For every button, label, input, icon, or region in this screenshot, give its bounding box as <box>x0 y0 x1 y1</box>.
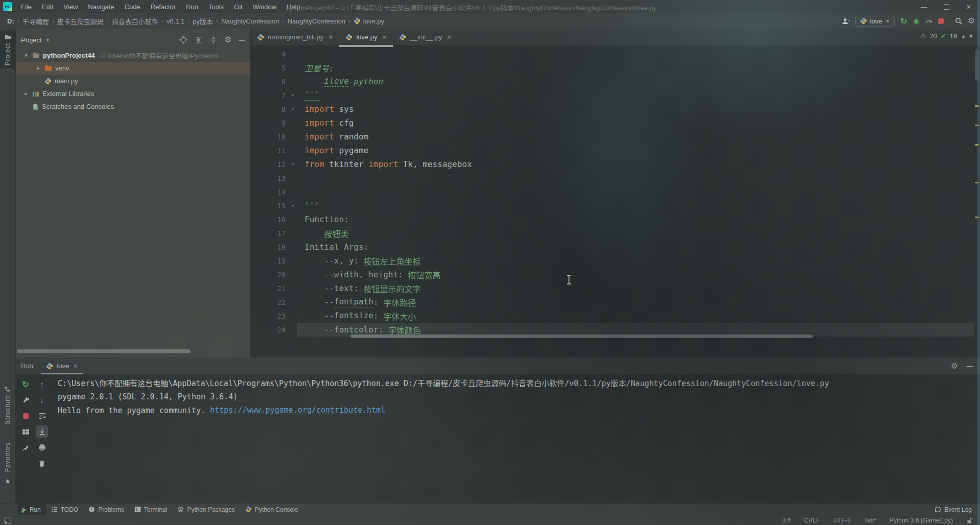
tool-window-run[interactable]: ▶Run <box>17 504 46 515</box>
menu-run[interactable]: Run <box>181 2 203 12</box>
fold-marker-icon[interactable]: ▾ <box>289 203 297 208</box>
run-config-select[interactable]: love ▼ <box>855 16 895 27</box>
panel-settings-icon[interactable]: ⚙ <box>224 36 231 44</box>
line-ending[interactable]: CRLF <box>804 517 820 524</box>
tree-item-main.py[interactable]: main.py <box>16 75 250 87</box>
tree-item-venv[interactable]: ▸venv <box>16 62 250 75</box>
minimize-button[interactable]: — <box>913 0 935 13</box>
tool-window-terminal[interactable]: Terminal <box>129 504 172 515</box>
menu-file[interactable]: File <box>16 2 36 12</box>
stop-button[interactable] <box>19 410 32 422</box>
close-icon[interactable]: ✕ <box>73 363 78 370</box>
maximize-button[interactable] <box>935 0 958 13</box>
user-icon[interactable] <box>842 17 850 25</box>
breadcrumb-item-6[interactable]: NaughtyConfession <box>219 16 281 26</box>
rerun-button[interactable]: ↻ <box>900 17 907 26</box>
chevron-down-icon[interactable]: ▼ <box>45 37 50 43</box>
caret-position[interactable]: 3:6 <box>782 517 791 524</box>
menu-bar: FileEditViewNavigateCodeRefactorRunTools… <box>16 2 305 12</box>
breadcrumb-item-7[interactable]: NaughtyConfession <box>285 16 347 26</box>
fold-marker-icon[interactable]: ▾ <box>289 106 297 112</box>
breadcrumb-item-0[interactable]: D: <box>5 16 16 26</box>
close-icon[interactable]: ✕ <box>328 34 333 41</box>
scrollend-button[interactable] <box>36 425 48 438</box>
rerun-button[interactable]: ↻ <box>19 378 32 390</box>
expand-all-icon[interactable] <box>195 36 202 44</box>
breadcrumb-item-5[interactable]: py版本 <box>191 15 215 27</box>
close-icon[interactable]: ✕ <box>447 34 452 41</box>
profiler-button[interactable] <box>925 17 933 25</box>
tool-window-todo[interactable]: TODO <box>46 504 83 515</box>
code-area[interactable]: 45卫星号:6 ilove-python7▾'''8▾import sys9im… <box>251 47 974 357</box>
settings-gear-icon[interactable]: ⚙ <box>968 17 975 25</box>
menu-window[interactable]: Window <box>248 2 281 12</box>
chevron-icon[interactable]: ▸ <box>35 65 41 71</box>
tool-window-python-packages[interactable]: Python Packages <box>172 504 240 515</box>
prev-next-icons[interactable]: ▲▼ <box>961 33 976 39</box>
editor-hscrollbar[interactable] <box>351 335 813 338</box>
trash-button[interactable] <box>36 457 48 469</box>
tree-item-External Libraries[interactable]: ▸External Libraries <box>16 87 250 100</box>
fold-marker-icon[interactable]: ▾ <box>289 161 297 167</box>
tree-item-Scratches and Consoles[interactable]: Scratches and Consoles <box>16 100 250 113</box>
console-link[interactable]: https://www.pygame.org/contribute.html <box>210 405 385 415</box>
print-button[interactable] <box>36 441 48 454</box>
close-button[interactable]: ✕ <box>958 0 980 13</box>
run-settings-icon[interactable]: ⚙ <box>951 362 958 370</box>
hide-panel-icon[interactable]: — <box>239 36 245 44</box>
layout-button[interactable] <box>19 425 32 438</box>
menu-refactor[interactable]: Refactor <box>146 2 180 12</box>
project-hscrollbar[interactable] <box>17 349 191 353</box>
editor-tab-love.py[interactable]: love.py✕ <box>339 29 393 45</box>
fold-marker-icon[interactable]: ▾ <box>289 92 297 98</box>
unlock-icon[interactable] <box>966 517 973 524</box>
breadcrumb-separator: › <box>161 17 164 25</box>
breadcrumb-item-4[interactable]: v0.1.1 <box>165 16 186 26</box>
down-button[interactable]: ↓ <box>36 394 48 406</box>
tool-tab-favorites[interactable]: Favorites ★ <box>0 442 15 485</box>
search-icon[interactable] <box>954 17 963 25</box>
run-tab-love[interactable]: love ✕ <box>41 357 83 374</box>
tool-tab-structure[interactable]: Structure <box>0 386 15 424</box>
breadcrumb-item-8[interactable]: love.py <box>352 16 386 26</box>
menu-git[interactable]: Git <box>229 2 247 12</box>
editor-vscrollbar[interactable] <box>975 49 978 81</box>
inspections-widget[interactable]: ⚠ 20 ✔ 19 ▲▼ <box>920 32 976 40</box>
scratch-icon <box>32 103 39 110</box>
menu-code[interactable]: Code <box>120 2 145 12</box>
wrench-button[interactable] <box>19 394 32 406</box>
breadcrumb-item-3[interactable]: 抖音表白小软件 <box>110 15 160 27</box>
pin-button[interactable] <box>19 441 32 454</box>
encoding[interactable]: UTF-8 <box>833 517 851 524</box>
tool-window-python-console[interactable]: Python Console <box>240 504 304 515</box>
run-console[interactable]: C:\Users\你不配拥有这台电脑\AppData\Local\Program… <box>58 376 975 500</box>
chevron-icon[interactable]: ▾ <box>23 52 29 59</box>
menu-tools[interactable]: Tools <box>204 2 228 12</box>
tree-item-label: pythonProject44 <box>43 52 95 59</box>
project-panel-title[interactable]: Project <box>21 36 41 44</box>
menu-edit[interactable]: Edit <box>37 2 58 12</box>
editor-tab-runningman_bili.py[interactable]: runningman_bili.py✕ <box>251 29 339 45</box>
breadcrumb-item-2[interactable]: 皮卡丘爬虫源码 <box>55 15 106 27</box>
up-button[interactable]: ↑ <box>36 378 48 390</box>
tree-item-pythonProject44[interactable]: ▾pythonProject44C:\Users\你不配拥有这台电脑\Pycha… <box>16 49 250 62</box>
menu-navigate[interactable]: Navigate <box>83 2 119 12</box>
menu-view[interactable]: View <box>59 2 82 12</box>
chevron-icon[interactable]: ▸ <box>23 90 29 97</box>
editor-tab-__init__.py[interactable]: __init__.py✕ <box>393 29 458 45</box>
event-log-button[interactable]: Event Log <box>935 506 980 513</box>
code-line-8: 8▾import sys <box>251 102 974 116</box>
tool-window-problems[interactable]: Problems <box>83 504 129 515</box>
debug-button[interactable] <box>913 17 920 25</box>
softwrap-button[interactable] <box>36 410 48 422</box>
interpreter[interactable]: Python 3.6 (Game2.py) <box>890 517 953 524</box>
breadcrumb-item-1[interactable]: 千寻编程 <box>20 15 51 27</box>
toolwindow-toggle-icon[interactable] <box>4 517 11 524</box>
locate-file-icon[interactable] <box>179 36 188 44</box>
tool-tab-project[interactable]: Project <box>0 31 15 68</box>
collapse-all-icon[interactable] <box>209 36 217 44</box>
stop-button[interactable] <box>938 18 944 24</box>
indent-style[interactable]: Tab* <box>864 517 876 524</box>
close-icon[interactable]: ✕ <box>382 34 387 41</box>
hide-run-panel-icon[interactable]: — <box>966 362 973 370</box>
